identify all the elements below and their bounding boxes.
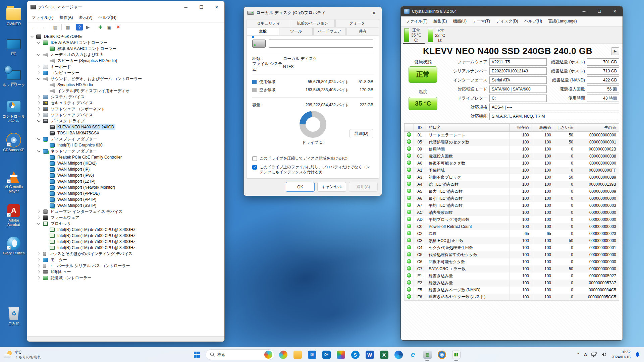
- tab-ツール[interactable]: ツール: [280, 27, 312, 35]
- smart-attribute-row[interactable]: 09使用時間100100000000000002B: [405, 146, 619, 153]
- help-button[interactable]: ?: [76, 24, 83, 31]
- device-manager-titlebar[interactable]: デバイス マネージャー ─ ☐ ✕: [27, 1, 224, 13]
- tree-item[interactable]: Intel(R) Core(TM) i5-7500 CPU @ 3.40GHz: [27, 239, 224, 245]
- collapse-chevron-icon[interactable]: [37, 40, 41, 45]
- expand-chevron-icon[interactable]: [37, 113, 41, 117]
- tree-item[interactable]: WAN Miniport (IKEv2): [27, 160, 224, 166]
- tree-item[interactable]: WAN Miniport (IP): [27, 166, 224, 172]
- tree-item[interactable]: WAN Miniport (PPPOE): [27, 190, 224, 196]
- tree-item[interactable]: ソフトウェア コンポーネント: [27, 106, 224, 112]
- drive-chip-D[interactable]: 正常22 °CD:: [427, 27, 448, 44]
- skype-app[interactable]: S: [350, 349, 361, 360]
- tree-item[interactable]: DESKTOP-5K7O94E: [27, 34, 224, 40]
- tree-item[interactable]: プロセッサ: [27, 221, 224, 227]
- menu-item[interactable]: ヘルプ(H): [96, 14, 119, 21]
- details-button[interactable]: 詳細(D): [350, 129, 373, 138]
- tree-item[interactable]: ソフトウェア デバイス: [27, 112, 224, 118]
- menu-item[interactable]: 編集(E): [430, 17, 450, 25]
- tab-セキュリティ[interactable]: セキュリティ: [247, 19, 290, 27]
- store-app[interactable]: 🛍: [321, 349, 332, 360]
- desktop-icon-owner-folder[interactable]: OWNER: [2, 7, 25, 26]
- expand-chevron-icon[interactable]: [37, 263, 41, 268]
- smart-attribute-row[interactable]: C6回復不可能セクタ数1001000000000000000: [405, 258, 619, 265]
- tree-item[interactable]: Intel(R) HD Graphics 630: [27, 142, 224, 148]
- tree-item[interactable]: Realtek PCIe GbE Family Controller: [27, 154, 224, 160]
- smart-attribute-row[interactable]: A4総 TLC 消去回数100100000000000139B: [405, 181, 619, 188]
- pinwheel-app[interactable]: [277, 349, 289, 360]
- volume-label-input[interactable]: [269, 40, 373, 48]
- internet-explorer[interactable]: e: [407, 349, 419, 360]
- expand-chevron-icon[interactable]: [37, 276, 41, 280]
- maximize-button[interactable]: ☐: [194, 1, 209, 13]
- tree-item[interactable]: Synaptics HD Audio: [27, 82, 224, 88]
- disable-device-button[interactable]: ▣: [105, 23, 113, 31]
- menu-item[interactable]: 機能(U): [450, 17, 470, 25]
- edge-browser[interactable]: [393, 349, 404, 360]
- expand-chevron-icon[interactable]: [37, 251, 41, 256]
- collapse-chevron-icon[interactable]: [37, 149, 41, 154]
- tree-item[interactable]: システム デバイス: [27, 94, 224, 100]
- tree-item[interactable]: スピーカー (Synaptics HD Audio): [27, 58, 224, 64]
- menu-item[interactable]: ディスク(D): [493, 17, 521, 25]
- tab-以前のバージョン[interactable]: 以前のバージョン: [291, 19, 334, 27]
- tree-item[interactable]: WAN Miniport (L2TP): [27, 178, 224, 184]
- photos-app[interactable]: [335, 349, 346, 360]
- update-driver-button[interactable]: ✚: [96, 23, 104, 31]
- menu-item[interactable]: ヘルプ(H): [521, 17, 545, 25]
- tree-item[interactable]: Intel(R) Core(TM) i5-7500 CPU @ 3.40GHz: [27, 227, 224, 233]
- smart-attribute-row[interactable]: 05代替処理済のセクタ数10010050000000000001: [405, 139, 619, 146]
- smart-attribute-row[interactable]: A3初期不良ブロック10010050000000000089: [405, 174, 619, 181]
- smart-attribute-row[interactable]: A6最小 TLC 消去回数1001000000000000000: [405, 195, 619, 202]
- maximize-button[interactable]: ☐: [592, 6, 607, 16]
- tree-item[interactable]: IDE ATA/ATAPI コントローラー: [27, 40, 224, 46]
- smart-attribute-row[interactable]: C7SATA CRC エラー数10010050000000000000: [405, 265, 619, 273]
- tree-item[interactable]: インテル(R) ディスプレイ用オーディオ: [27, 88, 224, 94]
- tab-ハードウェア[interactable]: ハードウェア: [313, 27, 346, 35]
- smart-attribute-row[interactable]: AD平均ブロック消去回数1001000000000000000: [405, 216, 619, 223]
- notification-bell-icon[interactable]: [635, 352, 641, 358]
- expand-chevron-icon[interactable]: [37, 95, 41, 99]
- diskinfo-app[interactable]: ▮▮: [450, 349, 462, 360]
- smart-attribute-row[interactable]: C0Power-off Retract Count100100000000000…: [405, 223, 619, 230]
- tree-item[interactable]: セキュリティ デバイス: [27, 100, 224, 106]
- excel-app[interactable]: X: [378, 349, 390, 360]
- smart-attribute-row[interactable]: F6総書き込みセクター数 (ホスト)1001000000000005CC5: [405, 294, 619, 301]
- clock[interactable]: 10:32 2024/01/16: [611, 350, 631, 360]
- next-drive-button[interactable]: ▶: [611, 47, 619, 55]
- ok-button[interactable]: OK: [286, 182, 315, 192]
- ime-indicator[interactable]: A: [584, 352, 587, 357]
- tree-item[interactable]: キーボード: [27, 64, 224, 70]
- desktop-icon-adobe-acrobat[interactable]: A↗Adobe Acrobat: [2, 204, 25, 227]
- smart-attribute-row[interactable]: A5最大 TLC 消去回数1001000000000000009: [405, 188, 619, 195]
- close-button[interactable]: ✕: [209, 1, 224, 13]
- forward-button[interactable]: →: [39, 23, 47, 31]
- smart-attribute-row[interactable]: AC消去失敗回数1001000000000000000: [405, 209, 619, 216]
- tree-item[interactable]: ヒューマン インターフェイス デバイス: [27, 208, 224, 215]
- tree-item[interactable]: Intel(R) Core(TM) i5-7500 CPU @ 3.40GHz: [27, 233, 224, 239]
- tab-共有[interactable]: 共有: [346, 27, 379, 35]
- cd-burner-app[interactable]: [436, 349, 447, 360]
- smart-attribute-row[interactable]: C5代替処理保留中のセクタ数1001000000000000000: [405, 251, 619, 258]
- tree-item[interactable]: WAN Miniport (PPTP): [27, 196, 224, 202]
- menu-item[interactable]: 表示(V): [76, 14, 95, 21]
- index-checkbox-row[interactable]: ✓ このドライブ上のファイルに対し、プロパティだけでなくコンテンツにもインデック…: [252, 165, 373, 175]
- desktop-icon-cdburnerxp[interactable]: ↗CDBurnerXP: [2, 133, 25, 152]
- start-button[interactable]: [191, 349, 203, 360]
- tree-item[interactable]: ネットワーク アダプター: [27, 148, 224, 154]
- desktop-icon-vlc-media-player[interactable]: ↗VLC media player: [2, 170, 25, 193]
- tree-item[interactable]: Intel(R) Core(TM) i5-7500 CPU @ 3.40GHz: [27, 245, 224, 251]
- console-tree-button[interactable]: ▤: [51, 23, 59, 31]
- scan-hardware-changes-button[interactable]: ▶: [84, 23, 92, 31]
- compress-checkbox[interactable]: [252, 156, 257, 161]
- menu-item[interactable]: 操作(A): [57, 14, 75, 21]
- tree-item[interactable]: ファームウェア: [27, 215, 224, 221]
- properties-button[interactable]: ▦: [64, 23, 72, 31]
- volume-icon[interactable]: [601, 352, 607, 357]
- collapse-chevron-icon[interactable]: [37, 137, 41, 141]
- device-manager-app[interactable]: ▦: [422, 349, 433, 360]
- collapse-chevron-icon[interactable]: [30, 34, 35, 39]
- collapse-chevron-icon[interactable]: [37, 221, 41, 226]
- close-button[interactable]: ✕: [366, 7, 382, 18]
- smart-attribute-row[interactable]: A7平均 TLC 消去回数1001000000000000003: [405, 202, 619, 209]
- menu-item[interactable]: 言語(Language): [545, 17, 580, 25]
